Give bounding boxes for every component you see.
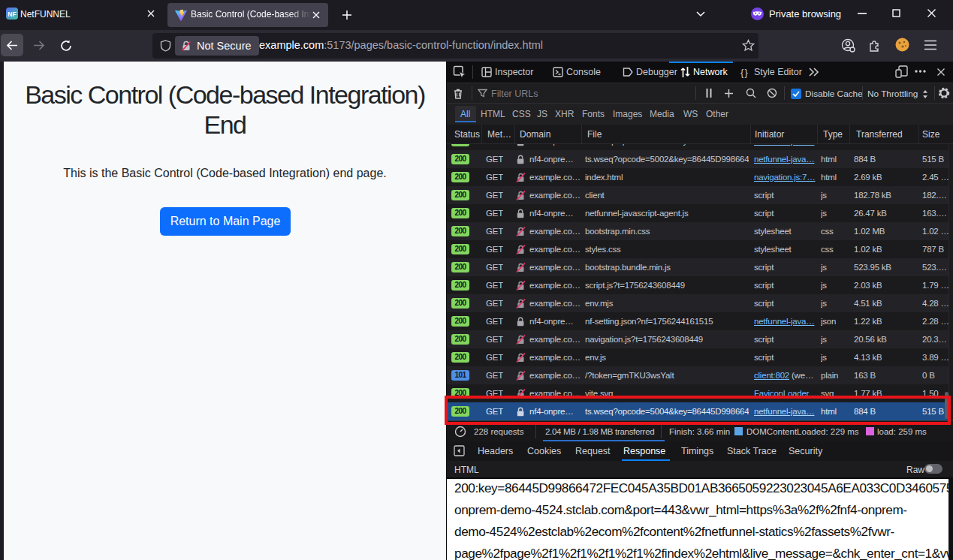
svg-text:NF: NF <box>8 11 16 18</box>
